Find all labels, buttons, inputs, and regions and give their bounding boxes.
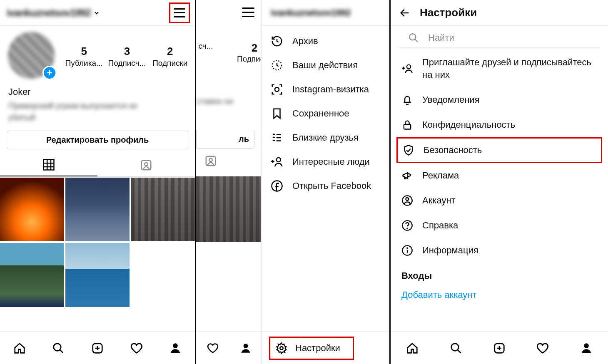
megaphone-icon [401,170,413,181]
tab-grid[interactable] [0,154,97,176]
archive-icon [271,35,283,47]
tab-tagged[interactable] [97,154,195,176]
settings-highlight: Настройки [269,337,354,360]
post-thumb[interactable] [0,243,64,307]
nav-home[interactable] [12,341,27,355]
search-icon [450,342,462,354]
settings-label[interactable]: Настройки [295,343,340,354]
svg-point-7 [209,158,212,162]
add-post-icon [91,342,104,354]
stat-following[interactable]: 2 Подписки [150,45,191,68]
bottom-nav [391,332,608,364]
bio-partial: ставка ни [196,97,233,106]
hamburger-menu-button[interactable] [174,8,185,17]
svg-point-14 [409,34,416,40]
invite-icon [401,63,413,74]
svg-point-2 [145,162,148,166]
menu-activity[interactable]: Ваши действия [262,53,389,77]
posts-grid [0,178,195,315]
settings-search[interactable]: Найти [398,26,601,48]
settings-help[interactable]: Справка [391,213,608,238]
search-icon [408,32,419,43]
settings-invite[interactable]: Приглашайте друзей и подписывайтесь на н… [391,50,608,87]
profile-icon [581,342,592,354]
settings-list: Приглашайте друзей и подписывайтесь на н… [391,48,608,306]
stat-posts[interactable]: 5 Публика... [63,45,105,68]
search-placeholder: Найти [428,32,454,43]
profile-icon [169,342,181,354]
hamburger-icon [242,7,254,17]
settings-about[interactable]: Информация [391,238,608,263]
post-thumb[interactable] [65,178,129,241]
nav-activity[interactable] [130,341,144,355]
chevron-down-icon [93,10,100,16]
add-account-link[interactable]: Добавить аккаунт [391,284,608,306]
activity-icon [271,59,283,72]
post-thumb[interactable] [65,243,129,307]
post-thumb-partial [196,176,262,242]
settings-privacy[interactable]: Конфиденциальность [391,112,608,137]
menu-saved[interactable]: Сохраненное [262,102,389,126]
nav-profile[interactable] [579,341,593,355]
add-story-badge[interactable]: + [42,66,57,80]
help-icon [401,220,413,231]
profile-tabs [0,154,195,177]
shield-icon [403,144,414,156]
nav-home[interactable] [405,341,419,355]
bottom-nav [0,332,195,364]
settings-security-highlight[interactable]: Безопасность [396,137,602,163]
svg-rect-16 [404,124,411,129]
svg-point-23 [451,343,458,351]
settings-screen: Настройки Найти Приглашайте друзей и под… [389,0,608,364]
profile-bio: Joker Приморский угрюм выпускается не уб… [0,83,195,128]
settings-account[interactable]: Аккаунт [391,188,608,213]
stat-followers[interactable]: 3 Подписч... [106,45,147,68]
nav-search[interactable] [51,341,65,355]
heart-icon [130,342,143,354]
bio-line: убитый [8,111,187,123]
stat-partial: сч... [191,42,220,51]
profile-header: ivankuznetsov1992 [0,0,195,26]
edit-profile-button[interactable]: Редактировать профиль [7,131,188,149]
bell-icon [401,94,413,106]
back-arrow-icon[interactable] [399,7,411,19]
discover-people-icon [271,156,283,168]
svg-point-5 [173,343,178,348]
nav-add[interactable] [492,341,506,355]
home-icon [406,342,419,354]
menu-discover[interactable]: Интересные люди [262,150,389,174]
settings-notifications[interactable]: Уведомления [391,87,608,112]
profile-screen: ivankuznetsov1992 + 5 Публика... 3 Подпи… [0,0,195,364]
menu-close-friends[interactable]: Близкие друзья [262,126,389,150]
bookmark-icon [271,107,283,120]
settings-ads[interactable]: Реклама [391,163,608,188]
post-thumb[interactable] [0,178,64,241]
bottom-nav-partial [196,332,262,364]
menu-drawer: ivankuznetsov1992 Архив Ваши действия In… [261,0,389,364]
home-icon [13,342,26,354]
tab-tagged-partial [204,155,217,169]
info-icon [401,245,413,256]
menu-archive[interactable]: Архив [262,29,389,53]
avatar-wrap: + [7,32,57,81]
nav-search[interactable] [449,341,463,355]
nav-profile[interactable] [168,341,182,355]
heart-icon [536,342,549,354]
display-name: Joker [8,87,187,97]
search-icon [52,342,65,354]
drawer-username: ivankuznetsov1992 [271,7,351,18]
drawer-footer: Настройки [262,332,389,364]
add-post-icon [493,342,506,354]
drawer-screen: сч... 2 Подписки ставка ни ль ivankuznet… [195,0,389,364]
menu-nametag[interactable]: Instagram-визитка [262,77,389,102]
post-thumb[interactable] [131,178,195,241]
bio-line: Приморский угрюм выпускается не [8,100,187,111]
menu-facebook[interactable]: Открыть Facebook [262,174,389,198]
username-dropdown[interactable]: ivankuznetsov1992 [7,7,100,19]
svg-point-20 [407,228,407,229]
svg-point-15 [407,64,411,68]
nav-activity[interactable] [536,341,550,355]
nav-add[interactable] [90,341,105,355]
svg-point-10 [275,87,279,92]
lock-icon [401,119,413,131]
